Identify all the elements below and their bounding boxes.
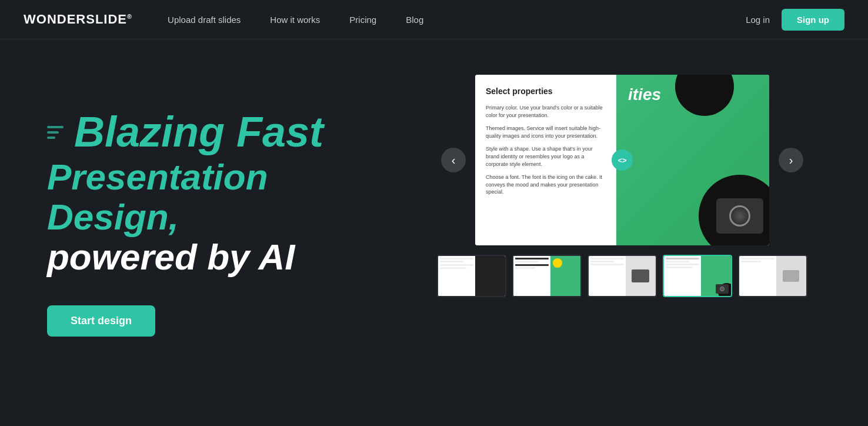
nav-links: Upload draft slides How it works Pricing… — [168, 15, 746, 25]
slide-item-2: Themed images. Service will insert suita… — [486, 125, 606, 139]
hero-left: Blazing Fast Presentation Design, powere… — [47, 75, 388, 337]
code-icon-overlay: <> — [612, 149, 633, 171]
thumbnail-1[interactable] — [437, 255, 506, 297]
slide-camera-graphic — [716, 198, 763, 234]
login-button[interactable]: Log in — [746, 15, 770, 25]
thumbnail-5[interactable] — [738, 255, 807, 297]
carousel-main-slide: Select properties Primary color. Use you… — [475, 75, 769, 245]
hero-title-line1: Blazing Fast — [47, 110, 388, 155]
hero-title-line3: powered by AI — [47, 237, 388, 277]
nav-upload-draft-slides[interactable]: Upload draft slides — [168, 15, 241, 25]
slide-right-text: ities — [628, 86, 661, 103]
slide-item-4: Choose a font. The font is the icing on … — [486, 174, 606, 196]
signup-button[interactable]: Sign up — [782, 9, 844, 31]
speed-icon — [47, 126, 67, 139]
nav-how-it-works[interactable]: How it works — [270, 15, 320, 25]
thumbnail-strip — [437, 255, 807, 297]
slide-left-panel: Select properties Primary color. Use you… — [475, 75, 616, 245]
hero-right: ‹ Select properties Primary color. Use y… — [388, 75, 844, 297]
nav-actions: Log in Sign up — [746, 9, 844, 31]
thumbnail-2[interactable] — [512, 255, 582, 297]
slide-right-panel: ities — [616, 75, 769, 245]
carousel-wrapper: ‹ Select properties Primary color. Use y… — [400, 75, 844, 245]
nav-pricing[interactable]: Pricing — [349, 15, 376, 25]
hero-section: Blazing Fast Presentation Design, powere… — [0, 39, 868, 426]
slide-camera-lens — [729, 205, 750, 227]
start-design-button[interactable]: Start design — [47, 305, 155, 337]
hero-title-line2: Presentation Design, — [47, 157, 388, 237]
thumbnail-4[interactable] — [663, 255, 732, 297]
nav-blog[interactable]: Blog — [406, 15, 423, 25]
slide-item-1: Primary color. Use your brand's color or… — [486, 104, 606, 119]
carousel-next-button[interactable]: › — [779, 148, 803, 172]
carousel-prev-button[interactable]: ‹ — [441, 148, 466, 172]
slide-title: Select properties — [486, 86, 606, 96]
slide-decoration-circle-top — [675, 75, 734, 116]
logo[interactable]: WONDERSLIDE® — [24, 12, 132, 27]
navbar: WONDERSLIDE® Upload draft slides How it … — [0, 0, 868, 39]
slide-item-3: Style with a shape. Use a shape that's i… — [486, 145, 606, 168]
thumbnail-3[interactable] — [587, 255, 657, 297]
